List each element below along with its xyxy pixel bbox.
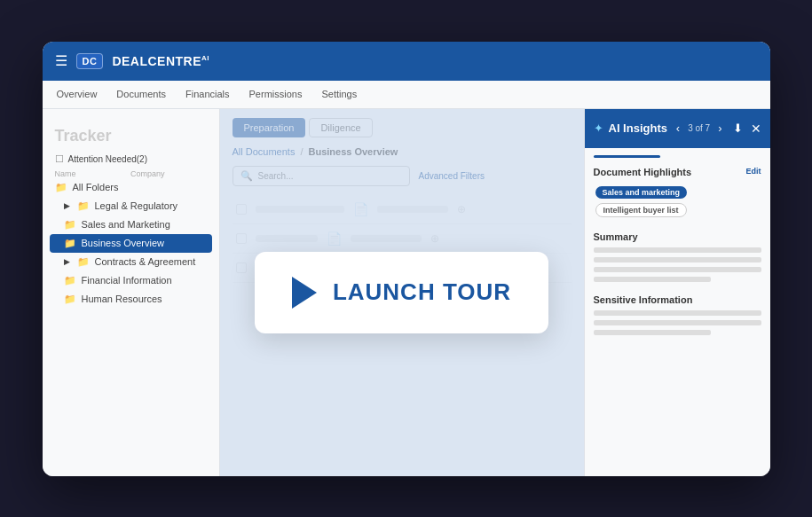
folder-sales-label: Sales and Marketing [82, 219, 170, 230]
tab-financials[interactable]: Financials [184, 81, 232, 108]
ai-progress-bar [594, 155, 661, 158]
nav-tabs: Overview Documents Financials Permission… [43, 81, 770, 109]
launch-tour-label[interactable]: LAUNCH TOUR [333, 278, 511, 306]
folder-icon: 📁 [64, 275, 76, 286]
ai-doc-highlights-title: Document Highlights Edit [594, 167, 761, 177]
tab-permissions[interactable]: Permissions [248, 81, 304, 108]
col-name-header: Name [55, 169, 131, 178]
ai-page-info: 3 of 7 [688, 123, 710, 133]
folder-hr[interactable]: 📁 Human Resources [43, 290, 219, 309]
ai-next-button[interactable]: › [715, 121, 724, 135]
text-line [594, 310, 761, 316]
ai-content: Document Highlights Edit Sales and marke… [585, 148, 770, 476]
folder-contracts[interactable]: ▶ 📁 Contracts & Agreement [43, 253, 219, 271]
ai-title: AI Insights [609, 121, 667, 135]
text-line [594, 267, 761, 272]
content-area: Preparation Diligence All Documents / Bu… [220, 109, 584, 476]
sparkle-icon: ✦ [594, 121, 603, 135]
logo-badge: DC [76, 53, 104, 69]
folder-financial[interactable]: 📁 Financial Information [43, 271, 219, 290]
main-layout: Tracker ☐ Attention Needed(2) Name Compa… [43, 109, 770, 476]
ai-download-button[interactable]: ⬇ [730, 121, 745, 135]
folder-legal-label: Legal & Regulatory [95, 200, 178, 211]
text-line [594, 330, 711, 335]
tag-buyer-list[interactable]: Intelligent buyer list [595, 203, 687, 217]
play-icon [292, 277, 317, 309]
col-company-header: Company [130, 169, 207, 178]
ai-summary-section: Summary [594, 231, 761, 282]
arrow-icon: ▶ [64, 201, 70, 210]
folder-icon: 📁 [77, 256, 90, 268]
folder-icon: 📁 [64, 294, 76, 305]
folder-business-overview[interactable]: 📁 Business Overview [50, 234, 212, 253]
ai-sensitive-section: Sensitive Information [594, 294, 761, 335]
ai-panel-header: ✦ AI Insights ‹ 3 of 7 › ⬇ ✕ [585, 109, 770, 148]
ai-sensitive-lines [594, 310, 761, 335]
text-line [594, 277, 711, 282]
tracker-title: Tracker [43, 125, 219, 151]
tab-settings[interactable]: Settings [319, 81, 359, 108]
attention-label: Attention Needed(2) [68, 154, 148, 164]
ai-tags: Sales and marketing Intelligent buyer li… [594, 183, 761, 219]
top-bar: ☰ DC DEALCENTREAI [43, 42, 770, 81]
folder-business-label: Business Overview [82, 238, 165, 248]
attention-needed-item[interactable]: ☐ Attention Needed(2) [43, 151, 219, 168]
brand-name: DEALCENTREAI [112, 54, 209, 68]
folder-contracts-label: Contracts & Agreement [95, 256, 196, 267]
folder-icon-active: 📁 [64, 238, 76, 249]
text-line [594, 320, 761, 325]
ai-panel: ✦ AI Insights ‹ 3 of 7 › ⬇ ✕ Document Hi… [584, 109, 770, 476]
folder-financial-label: Financial Information [82, 275, 172, 286]
tab-overview[interactable]: Overview [55, 81, 99, 108]
launch-tour-card[interactable]: LAUNCH TOUR [255, 252, 548, 333]
ai-nav-group: ‹ 3 of 7 › ⬇ ✕ [674, 121, 761, 136]
text-line [594, 257, 761, 262]
tracker-section-label [43, 118, 219, 125]
ai-doc-highlights-section: Document Highlights Edit Sales and marke… [594, 167, 761, 219]
attention-icon: ☐ [55, 153, 64, 165]
folder-legal[interactable]: ▶ 📁 Legal & Regulatory [43, 197, 219, 215]
ai-close-button[interactable]: ✕ [751, 121, 761, 136]
hamburger-icon[interactable]: ☰ [55, 52, 67, 69]
ai-summary-lines [594, 247, 761, 282]
folder-sales[interactable]: 📁 Sales and Marketing [43, 215, 219, 234]
ai-edit-button[interactable]: Edit [746, 167, 761, 176]
launch-tour-overlay: LAUNCH TOUR [220, 109, 584, 476]
folder-icon: 📁 [77, 200, 90, 212]
text-line [594, 247, 761, 253]
sidebar: Tracker ☐ Attention Needed(2) Name Compa… [43, 109, 220, 476]
folder-icon: 📁 [55, 182, 67, 193]
folder-icon: 📁 [64, 219, 76, 231]
ai-prev-button[interactable]: ‹ [674, 121, 682, 135]
ai-sensitive-title: Sensitive Information [594, 294, 761, 305]
tag-sales-marketing[interactable]: Sales and marketing [595, 186, 688, 199]
ai-title-group: ✦ AI Insights [594, 121, 667, 135]
folder-all-label: All Folders [73, 182, 119, 192]
folder-all[interactable]: 📁 All Folders [43, 178, 219, 197]
sidebar-col-headers: Name Company [43, 169, 219, 178]
arrow-icon: ▶ [64, 257, 70, 266]
tab-documents[interactable]: Documents [114, 81, 168, 108]
folder-hr-label: Human Resources [82, 294, 162, 304]
ai-summary-title: Summary [594, 231, 761, 242]
